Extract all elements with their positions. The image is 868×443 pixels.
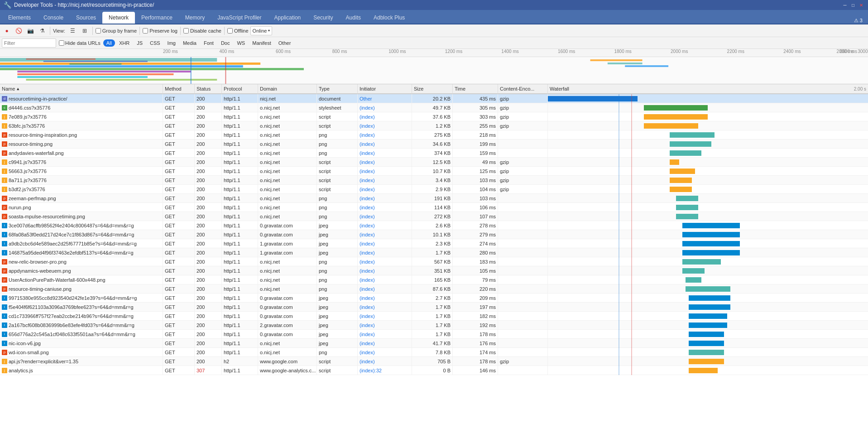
col-header-size[interactable]: Size <box>412 84 453 94</box>
table-row[interactable]: j api.js?render=explicit&ver=1.35 GET 20… <box>0 357 868 366</box>
group-by-frame-checkbox[interactable] <box>96 28 101 34</box>
file-icon: p <box>2 350 7 355</box>
clear-button[interactable]: 🚫 <box>14 26 24 36</box>
filter-type-other[interactable]: Other <box>275 39 294 47</box>
preserve-log-text: Preserve log <box>149 28 177 34</box>
filename: 68fa08a53f0edd217d24ce7c1f863d867s=64&d=… <box>9 232 134 237</box>
filter-button[interactable]: ⚗ <box>37 26 47 36</box>
col-header-domain[interactable]: Domain <box>258 84 317 94</box>
cell-status: 200 <box>195 257 222 266</box>
close-button[interactable]: ✕ <box>858 2 864 8</box>
filename: 8a711.js?x35776 <box>9 178 47 183</box>
table-row[interactable]: j analytics.js GET 307 http/1.1 www.goog… <box>0 366 868 375</box>
tab-security[interactable]: Security <box>307 12 339 24</box>
tab-network[interactable]: Network <box>102 12 135 24</box>
filter-type-all[interactable]: All <box>103 39 115 47</box>
table-row[interactable]: i 2a167bcf608b0836999b6e83efe4fd03?s=64&… <box>0 321 868 330</box>
table-row[interactable]: p resource-timing-inspiration.png GET 20… <box>0 130 868 140</box>
col-header-waterfall[interactable]: Waterfall 2.00 s <box>548 84 868 94</box>
table-row[interactable]: j 56663.js?x35776 GET 200 http/1.1 o.nic… <box>0 167 868 176</box>
table-row[interactable]: i a9db2cbc6d4e589aec2d25f67771b85e?s=64&… <box>0 239 868 248</box>
tab-memory[interactable]: Memory <box>179 12 211 24</box>
table-row[interactable]: i 656d776a22c545a1cf048c633f5501aa?s=64&… <box>0 330 868 339</box>
disable-cache-label[interactable]: Disable cache <box>183 28 221 34</box>
offline-label[interactable]: Offline <box>227 28 249 34</box>
col-header-initiator[interactable]: Initiator <box>358 84 412 94</box>
table-row[interactable]: p resource-timing.png GET 200 http/1.1 o… <box>0 140 868 149</box>
table-row[interactable]: i 99715380e955cc8d923540d242fe1e39?s=64&… <box>0 294 868 303</box>
cell-status: 200 <box>195 294 222 303</box>
table-row[interactable]: i 68fa08a53f0edd217d24ce7c1f863d867s=64&… <box>0 230 868 239</box>
table-row[interactable]: j c9941.js?x35776 GET 200 http/1.1 o.nic… <box>0 158 868 167</box>
cell-encoding <box>498 275 548 284</box>
tab-elements[interactable]: Elements <box>2 12 37 24</box>
tab-js-profiler[interactable]: JavaScript Profiler <box>211 12 268 24</box>
filter-type-img[interactable]: Img <box>164 39 179 47</box>
cell-initiator: (index) <box>358 339 412 348</box>
tab-application[interactable]: Application <box>268 12 307 24</box>
cell-time: 197 ms <box>453 303 498 312</box>
table-row[interactable]: p andydavies-waterfall.png GET 200 http/… <box>0 149 868 158</box>
table-row[interactable]: p wd-icon-small.png GET 200 http/1.1 o.n… <box>0 348 868 357</box>
record-button[interactable]: ● <box>2 26 12 36</box>
table-row[interactable]: j 63bfc.js?x35776 GET 200 http/1.1 o.nic… <box>0 121 868 130</box>
preserve-log-checkbox[interactable] <box>143 28 148 34</box>
table-row[interactable]: j b3df2.js?x35776 GET 200 http/1.1 o.nic… <box>0 185 868 194</box>
filter-type-manifest[interactable]: Manifest <box>249 39 274 47</box>
filter-input[interactable] <box>2 39 56 48</box>
file-icon: j <box>2 159 7 165</box>
hide-data-urls-checkbox[interactable] <box>59 40 64 46</box>
throttle-dropdown[interactable]: Online ▾ <box>250 26 273 35</box>
cell-name: i 656d776a22c545a1cf048c633f5501aa?s=64&… <box>0 330 163 339</box>
table-row[interactable]: p UserActionPurePath-Waterfall-600x448.p… <box>0 275 868 284</box>
disable-cache-checkbox[interactable] <box>183 28 189 34</box>
maximize-button[interactable]: □ <box>850 2 856 8</box>
tab-adblock[interactable]: Adblock Plus <box>367 12 411 24</box>
table-row[interactable]: d resourcetiming-in-practice/ GET 200 ht… <box>0 94 868 103</box>
table-row[interactable]: i nic-icon-v6.jpg GET 200 http/1.1 o.nic… <box>0 339 868 348</box>
title-bar-controls: ─ □ ✕ <box>842 2 864 8</box>
table-row[interactable]: p nurun.png GET 200 http/1.1 o.nicj.net … <box>0 203 868 212</box>
table-row[interactable]: c d4446.css?x35776 GET 200 http/1.1 o.ni… <box>0 103 868 112</box>
group-by-frame-label[interactable]: Group by frame <box>96 28 137 34</box>
hide-data-urls-label[interactable]: Hide data URLs <box>59 40 101 46</box>
col-header-name[interactable]: Name ▲ <box>0 84 163 94</box>
preserve-log-label[interactable]: Preserve log <box>143 28 177 34</box>
filter-type-doc[interactable]: Doc <box>218 39 233 47</box>
filter-type-ws[interactable]: WS <box>234 39 248 47</box>
grid-view-button[interactable]: ⊞ <box>80 26 90 36</box>
col-header-status[interactable]: Status <box>195 84 222 94</box>
tab-sources[interactable]: Sources <box>70 12 102 24</box>
table-row[interactable]: p new-relic-browser-pro.png GET 200 http… <box>0 257 868 266</box>
camera-button[interactable]: 📷 <box>25 26 35 36</box>
table-row[interactable]: i 146875a95ded4f96f37463e2efdbf513?s=64&… <box>0 248 868 257</box>
table-row[interactable]: p zeeman-perfmap.png GET 200 http/1.1 o.… <box>0 194 868 203</box>
cell-domain: 0.gravatar.com <box>258 230 317 239</box>
filter-type-xhr[interactable]: XHR <box>116 39 133 47</box>
col-header-type[interactable]: Type <box>317 84 358 94</box>
filter-type-css[interactable]: CSS <box>147 39 163 47</box>
table-row[interactable]: p soasta-mpulse-resourcetiming.png GET 2… <box>0 212 868 221</box>
col-header-protocol[interactable]: Protocol <box>222 84 258 94</box>
col-header-time[interactable]: Time <box>453 84 498 94</box>
minimize-button[interactable]: ─ <box>842 2 848 8</box>
table-row[interactable]: j 8a711.js?x35776 GET 200 http/1.1 o.nic… <box>0 176 868 185</box>
table-row[interactable]: i 3ce007d6acffb98562f4e2404c8006487s=64&… <box>0 221 868 230</box>
table-row[interactable]: p resource-timing-caniuse.png GET 200 ht… <box>0 284 868 294</box>
table-row[interactable]: p appdynamics-webeuem.png GET 200 http/1… <box>0 266 868 275</box>
filter-type-font[interactable]: Font <box>201 39 217 47</box>
col-header-encoding[interactable]: Content-Enco... <box>498 84 548 94</box>
filter-type-js[interactable]: JS <box>134 39 146 47</box>
tab-console[interactable]: Console <box>37 12 70 24</box>
tab-audits[interactable]: Audits <box>340 12 367 24</box>
list-view-button[interactable]: ☰ <box>68 26 78 36</box>
table-row[interactable]: j 7e089.js?x35776 GET 200 http/1.1 o.nic… <box>0 112 868 121</box>
cell-type: script <box>317 167 358 176</box>
cell-initiator: (index) <box>358 194 412 203</box>
filter-type-media[interactable]: Media <box>180 39 200 47</box>
table-row[interactable]: i cd1c733966ff757f27eab2ccbe214b96?s=64&… <box>0 312 868 321</box>
offline-checkbox[interactable] <box>227 28 233 34</box>
table-row[interactable]: i f5e404f6f621103a3096a3769bfee623?s=64&… <box>0 303 868 312</box>
tab-performance[interactable]: Performance <box>135 12 179 24</box>
col-header-method[interactable]: Method <box>163 84 195 94</box>
